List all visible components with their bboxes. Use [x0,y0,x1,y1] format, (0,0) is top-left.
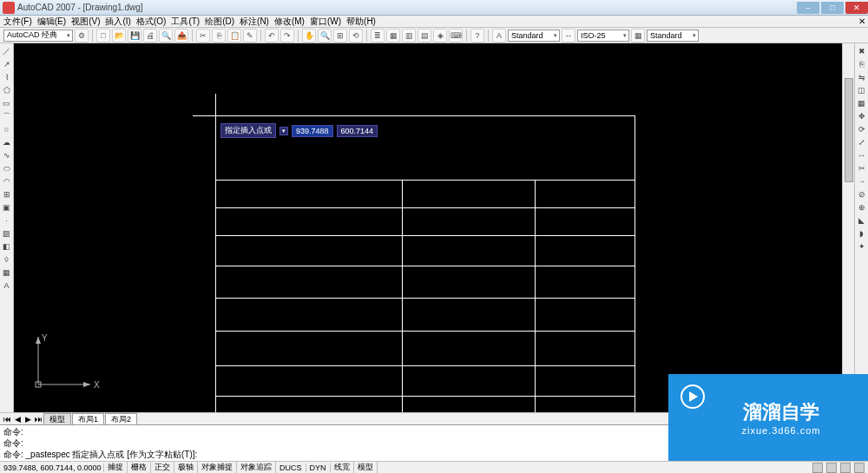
region-tool-icon[interactable]: ◊ [1,253,13,266]
preview-icon[interactable]: 🔍 [159,29,173,43]
osnap-toggle[interactable]: 对象捕捉 [198,462,237,473]
line-tool-icon[interactable]: ／ [1,45,13,57]
lwt-toggle[interactable]: 线宽 [331,462,354,473]
menu-dimension[interactable]: 标注(N) [240,16,269,28]
textstyle-icon[interactable]: A [492,29,506,43]
ellipse-tool-icon[interactable]: ⬭ [1,162,13,174]
properties-icon[interactable]: ≣ [371,29,385,43]
menu-file[interactable]: 文件(F) [3,16,32,28]
help-icon[interactable]: ? [470,29,484,43]
workspace-combo[interactable]: AutoCAD 经典 [3,30,73,42]
model-toggle[interactable]: 模型 [354,462,378,473]
mirror-tool-icon[interactable]: ⇋ [856,71,868,83]
erase-tool-icon[interactable]: ✖ [856,45,868,57]
explode-tool-icon[interactable]: ✦ [856,240,868,253]
publish-icon[interactable]: 📤 [174,29,188,43]
insert-block-icon[interactable]: ⊞ [1,188,13,200]
dynamic-x-field[interactable]: 939.7488 [292,125,333,137]
arc-tool-icon[interactable]: ⌒ [1,110,13,122]
menu-format[interactable]: 格式(O) [136,16,166,28]
fillet-tool-icon[interactable]: ◗ [856,227,868,240]
break-tool-icon[interactable]: ⊘ [856,188,868,200]
vertical-scrollbar[interactable] [842,43,854,412]
scrollbar-thumb[interactable] [845,78,853,182]
menu-window[interactable]: 窗口(W) [310,16,341,28]
zoom-prev-icon[interactable]: ⟲ [349,29,363,43]
ssm-icon[interactable]: ▤ [418,29,431,43]
dynamic-y-field[interactable]: 600.7144 [337,125,378,137]
tablestyle-icon[interactable]: ▦ [631,29,645,43]
tray-icon[interactable] [826,463,837,473]
redo-icon[interactable]: ↷ [280,29,294,43]
tab-prev-icon[interactable]: ◀ [12,415,23,424]
drawing-canvas[interactable]: 指定插入点或 ▾ 939.7488 600.7144 X Y [14,43,842,412]
undo-icon[interactable]: ↶ [265,29,279,43]
menu-tools[interactable]: 工具(T) [171,16,200,28]
ellipsearc-tool-icon[interactable]: ◠ [1,175,13,187]
chamfer-tool-icon[interactable]: ◣ [856,214,868,227]
trim-tool-icon[interactable]: ✂ [856,162,868,174]
circle-tool-icon[interactable]: ○ [1,123,13,135]
rectangle-tool-icon[interactable]: ▭ [1,97,13,109]
move-tool-icon[interactable]: ✥ [856,110,868,122]
doc-close-button[interactable]: ✕ [856,16,868,26]
textstyle-combo[interactable]: Standard [508,30,560,42]
dyn-toggle[interactable]: DYN [306,463,331,472]
dimstyle-icon[interactable]: ↔ [562,29,575,43]
workspace-settings-icon[interactable]: ⚙ [75,29,89,43]
plot-icon[interactable]: 🖨 [143,29,157,43]
tab-first-icon[interactable]: ⏮ [2,415,12,424]
coordinates-display[interactable]: 939.7488, 600.7144, 0.0000 [0,463,104,472]
point-tool-icon[interactable]: · [1,214,13,227]
dimstyle-combo[interactable]: ISO-25 [577,30,629,42]
xline-tool-icon[interactable]: ↗ [1,58,13,70]
tab-next-icon[interactable]: ▶ [23,415,33,424]
gradient-tool-icon[interactable]: ◧ [1,240,13,253]
tray-icon[interactable] [854,463,865,473]
polygon-tool-icon[interactable]: ⬠ [1,84,13,96]
dynamic-dropdown-icon[interactable]: ▾ [279,127,288,135]
pline-tool-icon[interactable]: ⌇ [1,71,13,83]
tab-layout2[interactable]: 布局2 [105,413,137,425]
spline-tool-icon[interactable]: ∿ [1,149,13,161]
make-block-icon[interactable]: ▣ [1,201,13,214]
markup-icon[interactable]: ◈ [433,29,447,43]
tray-icon[interactable] [840,463,851,473]
menu-insert[interactable]: 插入(I) [105,16,130,28]
save-icon[interactable]: 💾 [128,29,141,43]
menu-help[interactable]: 帮助(H) [346,16,376,28]
table-tool-icon[interactable]: ▦ [1,266,13,279]
copy-tool-icon[interactable]: ⎘ [856,58,868,70]
scale-tool-icon[interactable]: ⤢ [856,136,868,148]
tab-last-icon[interactable]: ⏭ [33,415,43,424]
tp-icon[interactable]: ▥ [402,29,416,43]
polar-toggle[interactable]: 极轴 [174,462,198,473]
extend-tool-icon[interactable]: → [856,175,868,187]
rotate-tool-icon[interactable]: ⟳ [856,123,868,135]
maximize-button[interactable]: □ [821,2,844,14]
grid-toggle[interactable]: 栅格 [128,462,151,473]
cut-icon[interactable]: ✂ [196,29,210,43]
close-button[interactable]: ✕ [845,2,868,14]
dc-icon[interactable]: ▦ [386,29,400,43]
revcloud-tool-icon[interactable]: ☁ [1,136,13,148]
ortho-toggle[interactable]: 正交 [151,462,174,473]
array-tool-icon[interactable]: ▦ [856,97,868,109]
qcalc-icon[interactable]: ⌨ [449,29,463,43]
pan-icon[interactable]: ✋ [302,29,316,43]
ducs-toggle[interactable]: DUCS [276,463,306,472]
join-tool-icon[interactable]: ⊕ [856,201,868,214]
minimize-button[interactable]: – [797,2,819,14]
tab-layout1[interactable]: 布局1 [72,413,104,425]
tray-icon[interactable] [812,463,823,473]
menu-edit[interactable]: 编辑(E) [37,16,66,28]
menu-draw[interactable]: 绘图(D) [205,16,234,28]
copy-icon[interactable]: ⎘ [212,29,226,43]
zoom-rt-icon[interactable]: 🔍 [318,29,332,43]
offset-tool-icon[interactable]: ◫ [856,84,868,96]
tab-model[interactable]: 模型 [43,413,71,425]
mtext-tool-icon[interactable]: A [1,279,13,292]
new-icon[interactable]: □ [96,29,110,43]
menu-view[interactable]: 视图(V) [71,16,100,28]
tablestyle-combo[interactable]: Standard [647,30,699,42]
